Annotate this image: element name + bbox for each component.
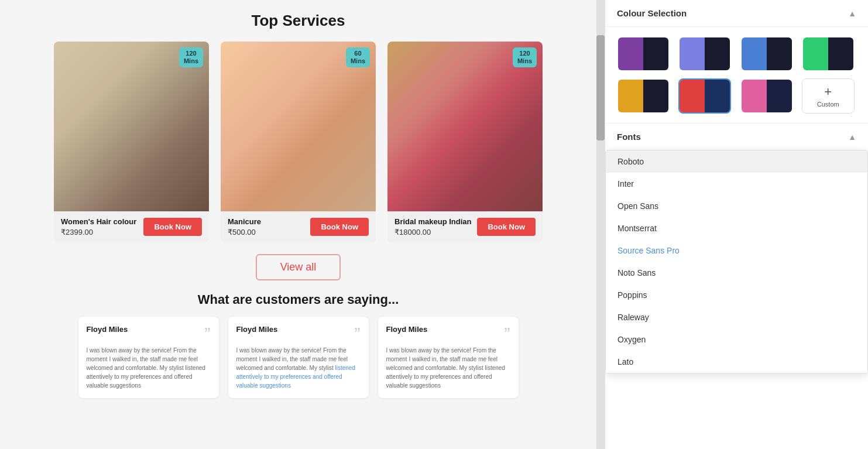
service-price-bridal: ₹18000.00 xyxy=(394,228,471,237)
fonts-dropdown: Roboto Inter Open Sans Montserrat Source… xyxy=(605,150,868,373)
colour-selection-header: Colour Selection ▲ xyxy=(605,0,868,27)
review-card-0: Floyd Miles ” I was blown away by the se… xyxy=(78,317,219,398)
view-all-button[interactable]: View all xyxy=(256,254,341,280)
quote-mark-2: ” xyxy=(505,325,510,342)
review-text-1: I was blown away by the service! From th… xyxy=(236,346,361,390)
review-header-0: Floyd Miles ” xyxy=(87,325,211,342)
service-card-hair: 120 Mins Women's Hair colour ₹2399.00 Bo… xyxy=(54,42,209,242)
service-name-hair: Women's Hair colour xyxy=(61,217,136,226)
fonts-header: Fonts ▲ xyxy=(605,124,868,150)
plus-icon: + xyxy=(824,84,832,100)
font-option-inter[interactable]: Inter xyxy=(606,173,867,195)
font-option-noto-sans[interactable]: Noto Sans xyxy=(606,262,867,284)
service-card-manicure: 60 Mins Manicure ₹500.00 Book Now xyxy=(221,42,376,242)
fonts-title: Fonts xyxy=(617,132,641,142)
font-option-lato[interactable]: Lato xyxy=(606,351,867,373)
font-option-raleway[interactable]: Raleway xyxy=(606,306,867,328)
custom-swatch[interactable]: + Custom xyxy=(802,78,855,114)
scrollbar-track[interactable] xyxy=(596,0,605,449)
right-panel: Colour Selection ▲ xyxy=(605,0,868,449)
service-price-manicure: ₹500.00 xyxy=(228,228,261,237)
review-card-1: Floyd Miles ” I was blown away by the se… xyxy=(228,317,369,398)
book-now-hair[interactable]: Book Now xyxy=(143,218,202,236)
colour-swatch-4[interactable] xyxy=(617,78,670,114)
service-name-bridal: Bridal makeup Indian xyxy=(394,217,471,226)
customers-title: What are customers are saying... xyxy=(18,292,579,307)
collapse-fonts-icon[interactable]: ▲ xyxy=(848,132,856,142)
scrollbar-thumb[interactable] xyxy=(596,35,605,140)
top-services-title: Top Services xyxy=(18,12,579,30)
mins-badge-bridal: 120 Mins xyxy=(513,47,537,67)
service-card-bridal: 120 Mins Bridal makeup Indian ₹18000.00 … xyxy=(387,42,543,242)
review-card-2: Floyd Miles ” I was blown away by the se… xyxy=(378,317,519,398)
fonts-section: Fonts ▲ Roboto Inter Open Sans Montserra… xyxy=(605,123,868,373)
font-option-roboto[interactable]: Roboto xyxy=(606,150,867,173)
reviewer-name-1: Floyd Miles xyxy=(236,325,278,334)
review-text-0: I was blown away by the service! From th… xyxy=(87,346,211,390)
book-now-bridal[interactable]: Book Now xyxy=(477,218,536,236)
colour-swatch-2[interactable] xyxy=(740,36,793,71)
font-option-source-sans-pro[interactable]: Source Sans Pro xyxy=(606,239,867,262)
colour-swatch-6[interactable] xyxy=(740,78,793,114)
book-now-manicure[interactable]: Book Now xyxy=(310,218,369,236)
review-text-2: I was blown away by the service! From th… xyxy=(386,346,510,390)
reviewer-name-2: Floyd Miles xyxy=(386,325,428,334)
font-option-open-sans[interactable]: Open Sans xyxy=(606,195,867,217)
colour-swatch-5[interactable] xyxy=(678,78,731,114)
collapse-colour-icon[interactable]: ▲ xyxy=(848,9,856,18)
view-all-container: View all xyxy=(18,254,579,280)
quote-mark-1: ” xyxy=(355,325,361,342)
colour-swatch-1[interactable] xyxy=(678,36,731,71)
reviewer-name-0: Floyd Miles xyxy=(87,325,128,334)
main-content: Top Services 120 Mins Women's Hair colou… xyxy=(0,0,596,449)
mins-badge-manicure: 60 Mins xyxy=(346,47,370,67)
review-header-1: Floyd Miles ” xyxy=(236,325,361,342)
font-option-oxygen[interactable]: Oxygen xyxy=(606,328,867,351)
service-info-bridal: Bridal makeup Indian ₹18000.00 Book Now xyxy=(387,211,543,242)
font-option-poppins[interactable]: Poppins xyxy=(606,284,867,306)
font-option-montserrat[interactable]: Montserrat xyxy=(606,217,867,239)
custom-label: Custom xyxy=(817,101,839,108)
service-name-manicure: Manicure xyxy=(228,217,261,226)
reviews-grid: Floyd Miles ” I was blown away by the se… xyxy=(18,317,579,398)
service-price-hair: ₹2399.00 xyxy=(61,228,136,237)
service-info-manicure: Manicure ₹500.00 Book Now xyxy=(221,211,376,242)
service-info-hair: Women's Hair colour ₹2399.00 Book Now xyxy=(54,211,209,242)
services-grid: 120 Mins Women's Hair colour ₹2399.00 Bo… xyxy=(18,42,579,242)
colour-selection-title: Colour Selection xyxy=(617,8,687,18)
quote-mark-0: ” xyxy=(205,325,211,342)
colour-swatch-0[interactable] xyxy=(617,36,670,71)
mins-badge-hair: 120 Mins xyxy=(179,47,203,67)
review-header-2: Floyd Miles ” xyxy=(386,325,510,342)
colour-swatch-3[interactable] xyxy=(802,36,855,71)
colour-grid: + Custom xyxy=(605,27,868,123)
